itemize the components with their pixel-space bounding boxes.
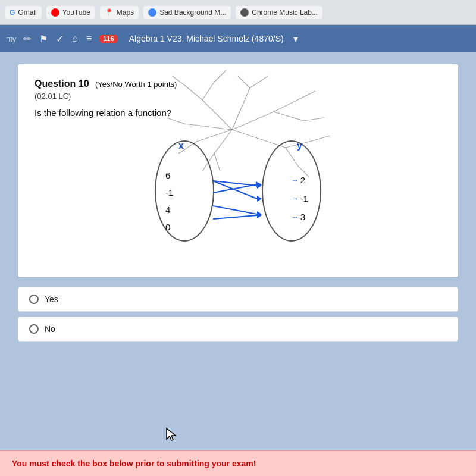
home-icon[interactable]: ⌂ xyxy=(72,33,78,44)
dropdown-icon[interactable]: ▾ xyxy=(293,33,298,45)
svg-marker-9 xyxy=(257,212,262,218)
x-val-4: 4 xyxy=(165,205,173,215)
mapping-diagram: x y 6 -1 4 0 → 2 → -1 → xyxy=(143,129,333,259)
edit-icon[interactable]: ✏ xyxy=(23,33,31,45)
x-val-0: 0 xyxy=(165,222,173,232)
svg-line-6 xyxy=(213,206,257,214)
tab-maps[interactable]: 📍 Maps xyxy=(100,6,139,19)
tab-sad-background[interactable]: Sad Background M... xyxy=(143,6,231,19)
question-title: Question 10 (Yes/No Worth 1 points) xyxy=(35,79,441,89)
option-yes-label: Yes xyxy=(45,295,58,304)
radio-yes[interactable] xyxy=(29,295,39,304)
question-subtitle: (02.01 LC) xyxy=(35,92,441,101)
toolbar-title: Algebra 1 V23, Michael Schmëlz (4870/S) xyxy=(129,34,284,43)
y-val-2: → 2 xyxy=(291,175,308,185)
svg-marker-7 xyxy=(257,211,262,217)
x-values: 6 -1 4 0 xyxy=(165,170,173,232)
toolbar: nty ✏ ⚑ ✓ ⌂ ≡ 116 Algebra 1 V23, Michael… xyxy=(0,25,476,52)
svg-marker-1 xyxy=(257,183,262,189)
youtube-icon xyxy=(51,8,60,17)
question-type: (Yes/No Worth 1 points) xyxy=(95,80,177,89)
tab-youtube-label: YouTube xyxy=(62,8,90,17)
svg-marker-5 xyxy=(256,181,262,187)
tab-youtube[interactable]: YouTube xyxy=(46,6,95,19)
y-label: y xyxy=(297,140,302,151)
option-yes[interactable]: Yes xyxy=(18,287,458,312)
x-label: x xyxy=(178,140,184,151)
tab-sad-label: Sad Background M... xyxy=(159,8,226,17)
toolbar-prefix: nty xyxy=(6,35,16,43)
y-val-3: → 3 xyxy=(291,212,308,222)
tab-maps-label: Maps xyxy=(117,8,134,17)
x-val-neg1: -1 xyxy=(165,187,173,198)
question-text: Is the following relation a function? xyxy=(35,108,441,118)
svg-line-8 xyxy=(213,215,257,219)
svg-line-0 xyxy=(213,181,257,186)
cursor xyxy=(165,427,177,444)
svg-marker-3 xyxy=(257,196,262,202)
option-no-label: No xyxy=(45,324,55,334)
sad-bg-icon xyxy=(148,8,156,17)
radio-no[interactable] xyxy=(29,324,39,334)
question-card: Question 10 (Yes/No Worth 1 points) (02.… xyxy=(18,64,458,277)
y-val-neg1: → -1 xyxy=(291,193,308,203)
main-content: Question 10 (Yes/No Worth 1 points) (02.… xyxy=(0,52,476,476)
browser-tab-bar: G Gmail YouTube 📍 Maps Sad Background M.… xyxy=(0,0,476,25)
y-values: → 2 → -1 → 3 xyxy=(291,175,308,222)
flag-icon[interactable]: ⚑ xyxy=(39,33,48,45)
check-icon[interactable]: ✓ xyxy=(56,33,64,45)
oval-x xyxy=(155,140,214,242)
tab-chrome-music[interactable]: Chrome Music Lab... xyxy=(236,6,322,19)
notification-badge: 116 xyxy=(100,35,117,43)
svg-line-2 xyxy=(213,181,257,199)
warning-text: You must check the box below prior to su… xyxy=(12,459,256,468)
menu-icon[interactable]: ≡ xyxy=(86,33,92,44)
chrome-music-icon xyxy=(240,8,249,17)
x-val-6: 6 xyxy=(165,170,173,180)
tab-chrome-music-label: Chrome Music Lab... xyxy=(252,8,318,17)
svg-marker-35 xyxy=(167,428,176,440)
option-no[interactable]: No xyxy=(18,317,458,342)
warning-bar: You must check the box below prior to su… xyxy=(0,450,476,476)
svg-line-4 xyxy=(213,184,257,193)
toolbar-icons: ✏ ⚑ ✓ ⌂ ≡ 116 xyxy=(23,33,117,45)
tab-gmail-label: Gmail xyxy=(18,8,36,17)
tab-gmail[interactable]: G Gmail xyxy=(5,6,42,19)
